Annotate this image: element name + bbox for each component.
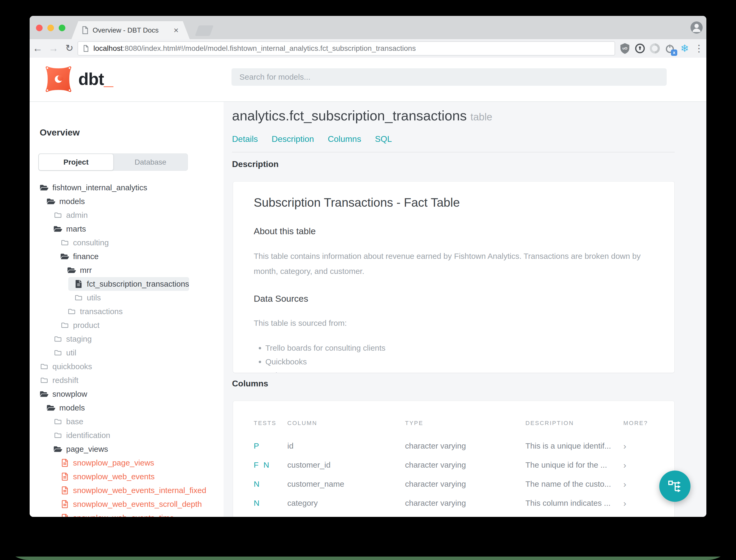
tree-item-snowplow_web_events[interactable]: snowplow_web_events [30, 470, 224, 484]
sidebar-tab-project[interactable]: Project [39, 154, 114, 170]
main-panel: analytics.fct_subscription_transactionst… [224, 102, 706, 517]
doc-title: Subscription Transactions - Fact Table [254, 195, 654, 210]
tree-item-label: transactions [80, 307, 123, 316]
cell-tests: N [254, 499, 287, 508]
folder-open-icon [40, 390, 49, 398]
opera-style-extension-icon[interactable] [648, 42, 661, 55]
tree-item-models[interactable]: models [30, 195, 224, 208]
tree-item-fishtown_internal_analytics[interactable]: fishtown_internal_analytics [30, 181, 224, 195]
tree-item-finance[interactable]: finance [30, 250, 224, 263]
model-nav-columns[interactable]: Columns [328, 134, 361, 144]
tree-item-snowplow_web_events_scroll_depth[interactable]: snowplow_web_events_scroll_depth [30, 497, 224, 511]
browser-window: Overview - DBT Docs × ← → ↻ localhost [30, 16, 706, 517]
back-button[interactable]: ← [32, 42, 43, 55]
tree-item-snowplow[interactable]: snowplow [30, 387, 224, 401]
search-input[interactable] [232, 68, 667, 86]
zoom-window-button[interactable] [59, 25, 65, 31]
tree-item-snowplow_web_events_time[interactable]: snowplow_web_events_time [30, 511, 224, 517]
cell-tests: P [254, 441, 287, 450]
cell-tests: F N [254, 460, 287, 469]
column-row-category[interactable]: Ncategorycharacter varyingThis column in… [233, 494, 674, 513]
minimize-window-button[interactable] [47, 25, 54, 31]
tree-item-label: snowplow_web_events [73, 472, 155, 481]
window-controls [36, 25, 65, 31]
folder-closed-icon [53, 336, 62, 342]
snowflake-extension-icon[interactable]: ❄ [678, 42, 691, 55]
cell-type: character varying [405, 499, 525, 508]
tree-item-snowplow_page_views[interactable]: snowplow_page_views [30, 456, 224, 470]
tree-item-transactions[interactable]: transactions [30, 305, 224, 318]
tree-item-base[interactable]: base [30, 415, 224, 428]
expand-row-icon[interactable]: › [623, 460, 664, 470]
folder-closed-icon [60, 322, 69, 329]
model-nav-description[interactable]: Description [272, 134, 314, 144]
tree-item-marts[interactable]: marts [30, 222, 224, 236]
model-nav-details[interactable]: Details [232, 134, 258, 144]
tree-item-snowplow_web_events_internal_fixed[interactable]: snowplow_web_events_internal_fixed [30, 484, 224, 497]
tree-item-fct_subscription_transactions[interactable]: fct_subscription_transactions [68, 277, 189, 291]
expand-row-icon[interactable]: › [623, 441, 664, 451]
tree-item-models[interactable]: models [30, 401, 224, 415]
ublock-extension-icon[interactable]: uO [618, 42, 631, 55]
tree-item-util[interactable]: util [30, 346, 224, 360]
tree-item-staging[interactable]: staging [30, 332, 224, 346]
folder-open-icon [60, 253, 69, 260]
tree-item-label: admin [66, 211, 88, 220]
folder-open-icon [67, 267, 76, 274]
folder-closed-icon [40, 363, 49, 370]
column-row-id[interactable]: Pidcharacter varyingThis is a unique ide… [233, 436, 674, 455]
lineage-graph-button[interactable] [659, 471, 690, 502]
data-sources-list: Trello boards for consulting clientsQuic… [265, 341, 654, 373]
dbt-logo-icon [45, 66, 72, 93]
browser-tab[interactable]: Overview - DBT Docs × [71, 21, 190, 39]
tree-item-label: fct_subscription_transactions [87, 279, 189, 288]
tree-item-label: snowplow_page_views [73, 458, 154, 467]
cell-description: This column indicates ... [525, 499, 623, 508]
reload-button[interactable]: ↻ [64, 42, 75, 55]
tree-item-admin[interactable]: admin [30, 208, 224, 222]
sidebar-tab-database[interactable]: Database [114, 154, 188, 170]
page-favicon-icon [82, 26, 88, 34]
close-window-button[interactable] [36, 25, 43, 31]
file-outline-icon [60, 500, 69, 508]
column-header-description: DESCRIPTION [525, 420, 623, 427]
tree-item-identification[interactable]: identification [30, 428, 224, 442]
folder-closed-icon [53, 418, 62, 425]
browser-menu-icon[interactable]: ⋮ [693, 42, 705, 55]
expand-row-icon[interactable]: › [623, 498, 664, 508]
folder-closed-icon [60, 239, 69, 246]
column-row-date_month[interactable]: Ndate_monthdateThis column indicates ...… [233, 513, 674, 517]
column-row-customer_name[interactable]: Ncustomer_namecharacter varyingThe name … [233, 475, 674, 494]
file-outline-icon [60, 473, 69, 481]
model-type-badge: table [470, 111, 492, 123]
new-tab-button[interactable] [195, 25, 214, 36]
close-tab-icon[interactable]: × [174, 26, 179, 34]
tree-item-page_views[interactable]: page_views [30, 442, 224, 456]
dbt-logo-text: dbt [78, 69, 104, 89]
tree-item-label: product [73, 321, 100, 330]
dbt-logo[interactable]: dbt_ [45, 66, 113, 93]
expand-row-icon[interactable]: › [623, 479, 664, 489]
address-bar[interactable]: localhost:8080/index.html#!/model/model.… [78, 41, 615, 56]
tree-item-redshift[interactable]: redshift [30, 373, 224, 387]
cell-type: character varying [405, 460, 525, 469]
tree-item-consulting[interactable]: consulting [30, 236, 224, 250]
tree-item-label: marts [66, 224, 86, 233]
sidebar: Overview ProjectDatabase fishtown_intern… [30, 102, 224, 517]
onepassword-extension-icon[interactable] [634, 42, 646, 55]
power-extension-icon[interactable]: x [663, 42, 676, 55]
tree-item-utils[interactable]: utils [30, 291, 224, 305]
cell-column: category [287, 499, 405, 508]
browser-profile-avatar[interactable] [690, 21, 703, 34]
tree-item-quickbooks[interactable]: quickbooks [30, 360, 224, 373]
page-icon [83, 45, 89, 52]
url-path: :8080/index.html#!/model/model.fishtown_… [123, 44, 416, 52]
tree-item-product[interactable]: product [30, 318, 224, 332]
tree-item-label: models [59, 403, 85, 412]
forward-button[interactable]: → [48, 42, 59, 55]
model-nav-sql[interactable]: SQL [375, 134, 392, 144]
column-row-customer_id[interactable]: F Ncustomer_idcharacter varyingThe uniqu… [233, 455, 674, 475]
tree-item-label: snowplow_web_events_internal_fixed [73, 486, 206, 495]
tree-item-label: redshift [52, 376, 78, 385]
tree-item-mrr[interactable]: mrr [30, 263, 224, 277]
